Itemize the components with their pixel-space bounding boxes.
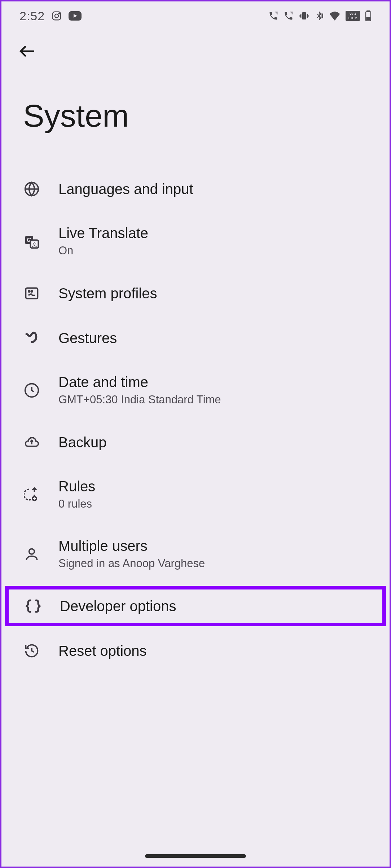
cloud-upload-icon — [23, 434, 40, 451]
svg-rect-11 — [366, 18, 370, 20]
item-title: Rules — [58, 478, 95, 495]
svg-text:Vo 1: Vo 1 — [350, 12, 356, 16]
settings-list: Languages and input G 文 Live Translate O… — [1, 167, 390, 673]
settings-item-live-translate[interactable]: G 文 Live Translate On — [1, 211, 390, 271]
instagram-icon — [51, 10, 62, 21]
item-title: Languages and input — [58, 181, 193, 197]
item-title: Backup — [58, 434, 106, 451]
item-title: Multiple users — [58, 538, 205, 554]
svg-text:文: 文 — [32, 241, 37, 247]
navigation-handle[interactable] — [145, 854, 246, 858]
item-title: Developer options — [60, 598, 176, 614]
svg-point-1 — [55, 14, 58, 18]
vibrate-icon — [299, 10, 309, 21]
status-left: 2:52 — [19, 9, 82, 23]
svg-rect-5 — [322, 14, 323, 18]
youtube-icon — [69, 11, 82, 21]
item-subtitle: Signed in as Anoop Varghese — [58, 557, 205, 570]
globe-icon — [23, 180, 40, 198]
wifi-icon — [329, 11, 341, 21]
braces-icon — [25, 597, 42, 615]
settings-item-gestures[interactable]: Gestures — [1, 316, 390, 360]
item-subtitle: 0 rules — [58, 497, 95, 510]
status-right: Vo 1 LTE 2 — [268, 10, 372, 21]
call-sim1-icon — [268, 11, 278, 21]
gestures-icon — [23, 329, 40, 347]
back-button[interactable] — [1, 30, 390, 65]
settings-item-languages[interactable]: Languages and input — [1, 167, 390, 211]
volte-icon: Vo 1 LTE 2 — [346, 11, 360, 21]
svg-rect-17 — [26, 288, 38, 298]
svg-rect-4 — [302, 12, 306, 19]
svg-text:LTE 2: LTE 2 — [348, 16, 357, 20]
settings-item-multiple-users[interactable]: Multiple users Signed in as Anoop Varghe… — [1, 524, 390, 584]
status-time: 2:52 — [19, 9, 45, 23]
settings-item-date-time[interactable]: Date and time GMT+05:30 India Standard T… — [1, 360, 390, 420]
clock-icon — [23, 382, 40, 399]
settings-item-developer-options[interactable]: Developer options — [3, 584, 388, 628]
svg-rect-10 — [367, 10, 370, 12]
item-title: Reset options — [58, 643, 147, 659]
profiles-icon — [23, 285, 40, 302]
settings-item-backup[interactable]: Backup — [1, 420, 390, 465]
arrow-back-icon — [17, 41, 38, 61]
item-subtitle: GMT+05:30 India Standard Time — [58, 393, 221, 406]
svg-point-18 — [28, 291, 30, 292]
rules-icon — [23, 486, 40, 503]
settings-item-reset-options[interactable]: Reset options — [1, 628, 390, 673]
person-icon — [23, 545, 40, 563]
page-title: System — [1, 65, 390, 167]
settings-item-rules[interactable]: Rules 0 rules — [1, 465, 390, 524]
item-subtitle: On — [58, 244, 148, 257]
svg-point-2 — [59, 13, 60, 14]
restore-icon — [23, 642, 40, 659]
svg-point-19 — [31, 291, 32, 292]
item-title: System profiles — [58, 285, 157, 302]
svg-point-22 — [29, 549, 35, 554]
translate-icon: G 文 — [23, 233, 40, 250]
status-bar: 2:52 — [1, 1, 390, 30]
settings-item-system-profiles[interactable]: System profiles — [1, 271, 390, 316]
battery-icon — [365, 10, 372, 21]
call-sim2-icon — [284, 11, 294, 21]
item-title: Date and time — [58, 374, 221, 390]
item-title: Gestures — [58, 330, 117, 346]
bluetooth-icon — [315, 10, 324, 21]
item-title: Live Translate — [58, 225, 148, 241]
